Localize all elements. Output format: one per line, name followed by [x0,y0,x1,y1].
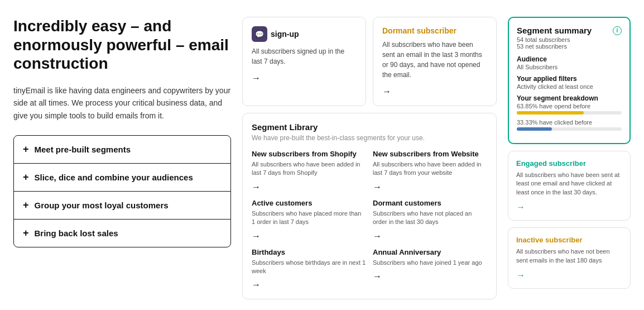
lib-item-arrow[interactable]: → [373,271,382,281]
lib-item-title: Active customers [252,199,366,207]
top-cards-row: 💬 sign-up All subscribers signed up in t… [242,17,497,106]
lib-item-arrow[interactable]: → [373,231,382,241]
feature-label: Meet pre-built segments [35,145,131,154]
lib-item-title: New subscribers from Website [373,150,487,158]
lib-item-title: Annual Anniversary [373,248,487,256]
breakdown-item: 63.85% have opend before [517,103,622,115]
breakdown-label: Your segment breakdown [517,94,622,102]
lib-item-desc: All subscribers who have been added in l… [252,160,366,178]
feature-item[interactable]: +Bring back lost sales [14,220,230,247]
filters-label: Your applied filters [517,75,622,83]
feature-label: Slice, dice and combine your audiences [35,173,193,182]
filters-value: Activity clicked at least once [517,83,622,90]
library-item: Active customers Subscribers who have pl… [252,199,366,241]
signup-card-arrow[interactable]: → [252,73,261,83]
signup-card-desc: All subscribers signed up in the last 7 … [252,46,357,66]
plus-icon: + [23,227,29,239]
plus-icon: + [23,144,29,155]
dormant-subscriber-card: Dormant subscriber All subscribers who h… [373,17,497,106]
summary-card-title: Segment summary i [517,26,622,35]
main-description: tinyEmail is like having data engineers … [13,84,231,122]
signup-card-title: 💬 sign-up [252,26,357,42]
middle-panel: 💬 sign-up All subscribers signed up in t… [242,17,497,299]
lib-item-desc: Subscribers whose birthdays are in next … [252,259,366,276]
page-container: Incredibly easy – and enormously powerfu… [0,0,644,310]
inactive-arrow[interactable]: → [516,270,525,280]
lib-item-title: New subscribers from Shopify [252,150,366,158]
library-subtitle: We have pre-built the best-in-class segm… [252,134,487,142]
dormant-subscriber-title: Dormant subscriber [382,26,487,35]
inactive-title: Inactive subscriber [516,236,622,244]
right-panel: Segment summary i 54 total subscribers 5… [508,17,631,299]
progress-bar-fill [517,127,552,131]
audience-label: Audience [517,55,622,63]
library-item: Dormant customers Subscribers who have n… [373,199,487,241]
segment-library: Segment Library We have pre-built the be… [242,113,497,299]
inactive-desc: All subscribers who have not been sent e… [516,247,622,265]
lib-item-arrow[interactable]: → [252,231,261,241]
lib-item-arrow[interactable]: → [252,280,261,289]
audience-value: All Subscribers [517,64,622,70]
library-item: Annual Anniversary Subscribers who have … [373,248,487,290]
engaged-subscriber-card: Engaged subscriber All subscribers who h… [508,151,631,221]
library-item: Birthdays Subscribers whose birthdays ar… [252,248,366,290]
signup-card: 💬 sign-up All subscribers signed up in t… [242,17,366,106]
lib-item-desc: Subscribers who have not placed an order… [373,209,487,227]
signup-icon: 💬 [252,26,267,42]
lib-item-desc: Subscribers who have placed more than 1 … [252,209,366,227]
plus-icon: + [23,171,29,183]
progress-bar-wrap [517,127,622,131]
lib-item-desc: All subscribers who have been added in l… [373,160,487,178]
library-title: Segment Library [252,122,487,132]
dormant-subscriber-desc: All subscribers who have been sent an em… [382,40,487,80]
engaged-arrow[interactable]: → [516,202,525,212]
progress-label: 33.33% have clicked before [517,119,622,126]
features-list: +Meet pre-built segments+Slice, dice and… [13,135,231,247]
library-item: New subscribers from Website All subscri… [373,150,487,192]
plus-icon: + [23,199,29,211]
engaged-desc: All subscribers who have been sent at le… [516,171,622,197]
left-panel: Incredibly easy – and enormously powerfu… [13,17,231,299]
breakdown-items: 63.85% have opend before 33.33% have cli… [517,103,622,131]
library-grid: New subscribers from Shopify All subscri… [252,150,487,290]
feature-item[interactable]: +Meet pre-built segments [14,136,230,164]
engaged-title: Engaged subscriber [516,159,622,168]
progress-label: 63.85% have opend before [517,103,622,109]
library-item: New subscribers from Shopify All subscri… [252,150,366,192]
lib-item-arrow[interactable]: → [373,182,382,192]
main-title: Incredibly easy – and enormously powerfu… [13,17,231,73]
progress-bar-wrap [517,111,622,115]
progress-bar-fill [517,111,584,115]
feature-item[interactable]: +Slice, dice and combine your audiences [14,164,230,192]
lib-item-arrow[interactable]: → [252,182,261,192]
feature-item[interactable]: +Group your most loyal customers [14,192,230,220]
summary-total: 54 total subscribers 53 net subscribers [517,36,622,50]
inactive-subscriber-card: Inactive subscriber All subscribers who … [508,227,631,289]
lib-item-title: Dormant customers [373,199,487,207]
feature-label: Group your most loyal customers [35,201,169,210]
breakdown-item: 33.33% have clicked before [517,119,622,131]
info-icon[interactable]: i [613,26,622,35]
lib-item-title: Birthdays [252,248,366,256]
lib-item-desc: Subscribers who have joined 1 year ago [373,259,487,267]
feature-label: Bring back lost sales [35,228,118,238]
dormant-subscriber-arrow[interactable]: → [382,87,391,96]
segment-summary-card: Segment summary i 54 total subscribers 5… [508,17,631,144]
